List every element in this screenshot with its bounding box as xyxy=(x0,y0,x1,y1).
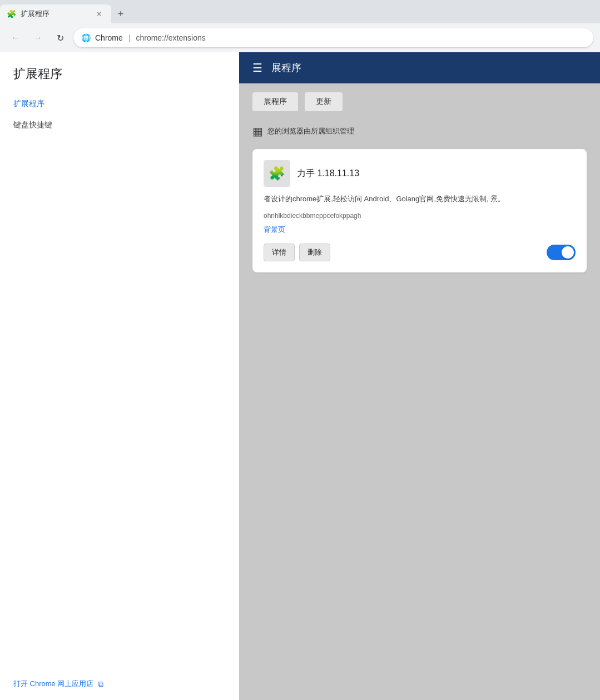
ext-header: 🧩 力手 1.18.11.13 xyxy=(264,160,576,187)
extension-card: 🧩 力手 1.18.11.13 者设计的chrome扩展,轻松访问 Androi… xyxy=(252,149,587,272)
hamburger-button[interactable]: ☰ xyxy=(252,61,262,75)
ext-description: 者设计的chrome扩展,轻松访问 Android、Golang官网,免费快速无… xyxy=(264,193,576,205)
sidebar-nav: 扩展程序 键盘快捷键 xyxy=(0,93,239,136)
content-area: ☰ 展程序 展程序 更新 ▦ 您的浏览器由所属组织管理 🧩 力手 1.18.11… xyxy=(239,52,600,700)
ext-footer: 详情 删除 xyxy=(264,244,576,261)
toggle-track xyxy=(547,245,576,260)
sidebar-title: 扩展程序 xyxy=(0,66,239,93)
new-tab-button[interactable]: + xyxy=(111,4,130,23)
tab-extension-icon: 🧩 xyxy=(7,9,16,18)
ext-title-area: 力手 1.18.11.13 xyxy=(297,168,359,180)
main-content: 扩展程序 扩展程序 键盘快捷键 打开 Chrome 网上应用店 ⧉ ☰ 展程序 … xyxy=(0,52,600,700)
ext-icon: 🧩 xyxy=(264,160,290,187)
toolbar: 展程序 更新 xyxy=(239,83,600,120)
tab-title: 扩展程序 xyxy=(21,9,49,19)
address-bar[interactable]: 🌐 Chrome | chrome://extensions xyxy=(73,28,593,47)
address-url: chrome://extensions xyxy=(136,33,205,42)
ext-name: 力手 1.18.11.13 xyxy=(297,168,359,180)
open-chrome-store-link[interactable]: 打开 Chrome 网上应用店 ⧉ xyxy=(0,679,239,689)
update-button[interactable]: 更新 xyxy=(305,92,343,111)
bg-page-link[interactable]: 背景页 xyxy=(264,225,285,234)
tab-bar: 🧩 扩展程序 × + xyxy=(0,0,600,23)
ext-toggle[interactable] xyxy=(547,245,576,260)
address-separator: | xyxy=(128,33,131,42)
org-icon: ▦ xyxy=(252,125,263,138)
active-tab[interactable]: 🧩 扩展程序 × xyxy=(0,4,111,23)
extensions-header: ☰ 展程序 xyxy=(239,52,600,83)
address-bar-row: ← → ↻ 🌐 Chrome | chrome://extensions xyxy=(0,23,600,52)
ext-actions: 详情 删除 xyxy=(264,244,330,261)
sidebar-item-keyboard[interactable]: 键盘快捷键 xyxy=(0,115,239,136)
back-button[interactable]: ← xyxy=(7,29,24,47)
browser-frame: 🧩 扩展程序 × + ← → ↻ 🌐 Chrome | chrome://ext… xyxy=(0,0,600,52)
reload-button[interactable]: ↻ xyxy=(51,29,69,47)
external-link-icon: ⧉ xyxy=(98,679,103,689)
extensions-header-title: 展程序 xyxy=(271,61,301,75)
tab-close-button[interactable]: × xyxy=(93,8,105,19)
ext-id: ohnhlkbdieckbbmeppcefokppagh xyxy=(264,212,576,220)
extensions-button[interactable]: 展程序 xyxy=(252,92,298,111)
toggle-knob xyxy=(562,246,574,259)
sidebar: 扩展程序 扩展程序 键盘快捷键 打开 Chrome 网上应用店 ⧉ xyxy=(0,52,239,700)
ext-remove-button[interactable]: 删除 xyxy=(299,244,330,261)
org-notice-text: 您的浏览器由所属组织管理 xyxy=(267,126,354,136)
ext-icon-glyph: 🧩 xyxy=(269,166,285,181)
address-brand: Chrome xyxy=(95,33,123,42)
ext-details-button[interactable]: 详情 xyxy=(264,244,295,261)
ext-bg-page[interactable]: 背景页 xyxy=(264,224,576,235)
address-security-icon: 🌐 xyxy=(81,33,91,42)
org-notice: ▦ 您的浏览器由所属组织管理 xyxy=(239,120,600,142)
sidebar-footer-label: 打开 Chrome 网上应用店 xyxy=(13,679,93,689)
forward-button[interactable]: → xyxy=(29,29,47,47)
sidebar-item-extensions[interactable]: 扩展程序 xyxy=(0,93,239,115)
